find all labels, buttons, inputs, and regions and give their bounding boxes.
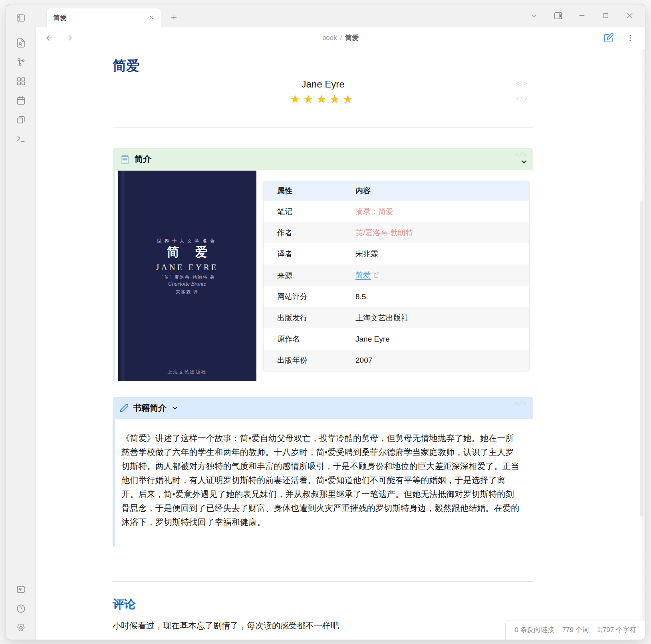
divider <box>113 581 533 582</box>
minimize-button[interactable] <box>577 11 587 20</box>
attribute-value-text: 上海文艺出版社 <box>355 314 409 322</box>
intro-table-body: 笔记摘录：简爱作者英/夏洛蒂·勃朗特译者宋兆霖来源简爱网站评分8.5出版发行上海… <box>264 201 529 371</box>
attribute-value-text: Jane Eyre <box>355 335 390 343</box>
code-edit-icon[interactable]: </> <box>516 80 528 87</box>
attribute-name-cell: 出版年份 <box>264 350 342 371</box>
cover-title-en: JANE EYRE <box>118 262 256 272</box>
collapse-chevron-icon[interactable] <box>171 404 179 411</box>
obsidian-window: 简爱 <box>6 4 645 640</box>
cover-title-cn: 简爱 <box>118 244 256 260</box>
comments-heading: 评论 <box>113 596 533 612</box>
vault-icon <box>16 584 26 594</box>
attribute-name-cell: 译者 <box>264 243 342 264</box>
attribute-name-cell: 网站评分 <box>264 286 342 307</box>
tab-close-button[interactable] <box>147 14 155 22</box>
tab-title: 简爱 <box>53 13 67 22</box>
hero-block: Jane Eyre ★★★★★ </> </> <box>113 78 533 106</box>
status-char-count[interactable]: 1,797 个字符 <box>597 625 636 634</box>
attribute-value-cell: 2007 <box>342 350 529 371</box>
code-edit-icon[interactable]: </> <box>515 151 527 158</box>
external-link[interactable]: 简爱 <box>355 271 371 279</box>
attribute-name-cell: 出版发行 <box>264 307 342 328</box>
table-header-row: 属性 内容 <box>264 181 529 201</box>
pencil-icon <box>119 403 129 413</box>
panel-left-icon <box>16 13 26 23</box>
attribute-name-cell: 来源 <box>264 264 342 286</box>
close-icon <box>149 15 155 21</box>
divider <box>113 127 533 128</box>
attribute-name-cell: 笔记 <box>264 201 342 222</box>
intro-callout: 简介 </> 世界十大文学名著 简爱 <box>113 148 533 381</box>
summary-callout-title: 书籍简介 <box>133 402 167 413</box>
view-header: book/简爱 <box>36 27 645 49</box>
internal-link[interactable]: 摘录：简爱 <box>355 207 393 216</box>
attribute-value-cell: 英/夏洛蒂·勃朗特 <box>342 222 529 243</box>
help-icon <box>16 604 26 614</box>
vault-switcher-button[interactable] <box>15 584 26 595</box>
summary-callout: 书籍简介 </> 《简爱》讲述了这样一个故事：简•爱自幼父母双亡，投靠冷酷的舅母… <box>113 397 533 547</box>
vertical-scrollbar[interactable] <box>640 201 643 517</box>
help-button[interactable] <box>15 603 26 614</box>
tab-list-dropdown-button[interactable] <box>529 11 539 20</box>
graph-icon <box>16 57 26 67</box>
collapse-chevron-icon[interactable] <box>520 158 528 167</box>
intro-callout-header[interactable]: 简介 </> <box>113 148 533 170</box>
note-subtitle: Jane Eyre <box>113 78 533 90</box>
minimize-icon <box>578 12 586 20</box>
attribute-value-text: 宋兆霖 <box>355 250 378 258</box>
maximize-button[interactable] <box>601 11 611 20</box>
summary-callout-body: 《简爱》讲述了这样一个故事：简•爱自幼父母双亡，投靠冷酷的舅母，但舅母无情地抛弃… <box>113 419 533 547</box>
cover-translator-line: 宋兆霖 译 <box>118 289 256 295</box>
table-row: 笔记摘录：简爱 <box>264 201 529 222</box>
code-edit-icon[interactable]: </> <box>516 95 528 102</box>
breadcrumb-parent[interactable]: book <box>322 34 337 42</box>
intro-callout-title: 简介 <box>135 153 151 165</box>
attribute-value-cell: 摘录：简爱 <box>342 201 529 222</box>
layout-grid-icon <box>16 76 26 86</box>
intro-media-row: 世界十大文学名著 简爱 JANE EYRE 〔英〕夏洛蒂·勃朗特 著 Charl… <box>116 171 533 381</box>
breadcrumb-separator: / <box>337 34 345 42</box>
breadcrumb-current[interactable]: 简爱 <box>345 34 359 42</box>
intro-callout-body: 世界十大文学名著 简爱 JANE EYRE 〔英〕夏洛蒂·勃朗特 著 Charl… <box>113 170 533 381</box>
cover-author-en: Charlotte Bronte <box>118 281 256 287</box>
note-content-scroll[interactable]: 简爱 Jane Eyre ★★★★★ </> </> <box>36 49 645 640</box>
ribbon-cards-view-button[interactable] <box>15 76 26 87</box>
attribute-value-text: 8.5 <box>355 292 366 301</box>
close-window-button[interactable] <box>625 11 635 20</box>
ribbon-terminal-button[interactable] <box>15 133 26 144</box>
breadcrumb: book/简爱 <box>36 33 645 42</box>
main-area: 简爱 <box>36 4 645 640</box>
attribute-value-text: 2007 <box>355 356 372 364</box>
book-attributes-table: 属性 内容 笔记摘录：简爱作者英/夏洛蒂·勃朗特译者宋兆霖来源简爱网站评分8.5… <box>264 181 529 371</box>
book-summary-text: 《简爱》讲述了这样一个故事：简•爱自幼父母双亡，投靠冷酷的舅母，但舅母无情地抛弃… <box>121 431 522 529</box>
summary-callout-header[interactable]: 书籍简介 </> <box>113 397 533 419</box>
ribbon-templates-button[interactable] <box>15 114 26 125</box>
gear-icon <box>16 623 26 633</box>
ribbon-graph-button[interactable] <box>15 56 26 68</box>
ribbon-calendar-button[interactable] <box>15 95 26 106</box>
tab-jian-ai[interactable]: 简爱 <box>46 8 161 27</box>
internal-link[interactable]: 英/夏洛蒂·勃朗特 <box>355 229 413 237</box>
ribbon-search-note-button[interactable] <box>15 37 26 48</box>
table-row: 译者宋兆霖 <box>264 243 529 264</box>
toggle-left-sidebar-button[interactable] <box>15 12 26 24</box>
code-edit-icon[interactable]: </> <box>515 400 527 407</box>
window-controls <box>529 11 635 20</box>
status-backlinks[interactable]: 0 条反向链接 <box>514 625 554 634</box>
toggle-right-sidebar-button[interactable] <box>553 11 563 20</box>
attribute-value-cell: 8.5 <box>342 286 529 307</box>
cover-author-line: 〔英〕夏洛蒂·勃朗特 著 <box>118 274 256 280</box>
column-header-attribute: 属性 <box>264 181 342 201</box>
settings-button[interactable] <box>15 622 26 633</box>
new-tab-button[interactable] <box>169 12 179 23</box>
table-row: 出版年份2007 <box>264 350 529 371</box>
copy-icon <box>16 115 26 125</box>
column-header-content: 内容 <box>342 181 529 201</box>
file-search-icon <box>16 38 26 48</box>
attribute-value-cell: 简爱 <box>342 264 529 286</box>
attribute-value-cell: 上海文艺出版社 <box>342 307 529 328</box>
terminal-icon <box>16 134 26 144</box>
status-word-count[interactable]: 779 个词 <box>562 625 589 634</box>
table-row: 原作名Jane Eyre <box>264 328 529 350</box>
left-ribbon <box>6 4 36 640</box>
